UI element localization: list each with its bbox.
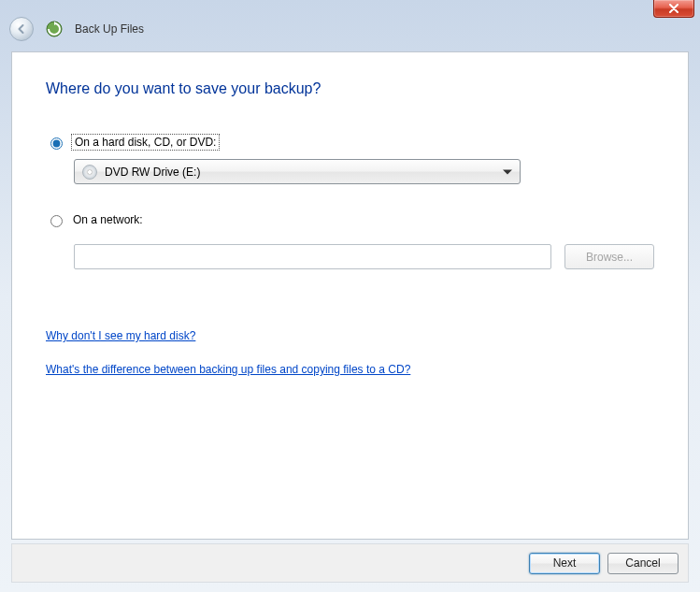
- cancel-button[interactable]: Cancel: [607, 553, 679, 574]
- radio-network[interactable]: [50, 215, 63, 227]
- close-icon: [668, 4, 679, 13]
- chevron-down-icon: [503, 169, 512, 174]
- network-path-input[interactable]: [74, 244, 551, 269]
- drive-dropdown[interactable]: DVD RW Drive (E:): [74, 159, 521, 184]
- help-links: Why don't I see my hard disk? What's the…: [46, 329, 654, 397]
- back-button[interactable]: [9, 17, 34, 41]
- next-button[interactable]: Next: [529, 553, 600, 574]
- option-hard-disk-label: On a hard disk, CD, or DVD:: [73, 136, 218, 149]
- content-panel: Where do you want to save your backup? O…: [11, 51, 689, 540]
- link-backup-vs-copy[interactable]: What's the difference between backing up…: [46, 363, 410, 376]
- footer: Next Cancel: [11, 543, 689, 583]
- option-hard-disk[interactable]: On a hard disk, CD, or DVD:: [46, 135, 654, 150]
- wizard-header: Back Up Files: [9, 15, 691, 43]
- wizard-title: Back Up Files: [75, 22, 144, 36]
- radio-hard-disk[interactable]: [50, 137, 63, 150]
- back-arrow-icon: [15, 22, 28, 36]
- page-heading: Where do you want to save your backup?: [46, 80, 654, 97]
- drive-dropdown-value: DVD RW Drive (E:): [105, 166, 200, 179]
- network-row: Browse...: [74, 244, 654, 269]
- option-network[interactable]: On a network:: [46, 212, 654, 227]
- browse-button[interactable]: Browse...: [564, 244, 654, 269]
- disc-icon: [82, 165, 97, 180]
- backup-icon: [45, 20, 64, 38]
- option-network-label: On a network:: [73, 213, 143, 226]
- link-why-no-disk[interactable]: Why don't I see my hard disk?: [46, 329, 195, 342]
